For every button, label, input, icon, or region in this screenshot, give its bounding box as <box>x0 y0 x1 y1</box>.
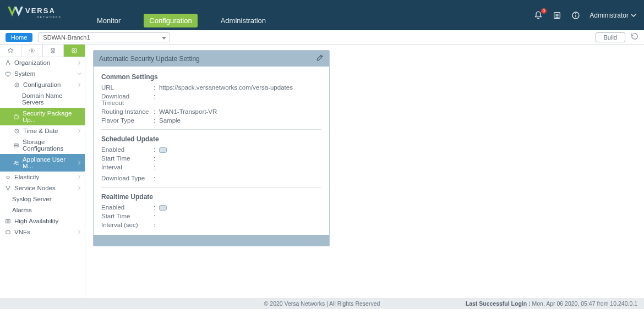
sidebar-item-label: Time & Date <box>23 128 58 134</box>
info-icon[interactable] <box>571 10 581 20</box>
sidebar-item-label: Alarms <box>12 207 32 213</box>
package-icon <box>13 113 19 120</box>
mode-tab-1[interactable] <box>0 45 21 57</box>
svg-point-22 <box>9 186 10 187</box>
brand-logo: VERSA NETWORKS <box>0 0 77 30</box>
svg-rect-24 <box>6 219 7 223</box>
sidebar-item-configuration[interactable]: Configuration <box>0 79 85 90</box>
nodes-icon <box>4 185 11 191</box>
user-menu[interactable]: Administrator <box>590 12 636 19</box>
sidebar-item-label: Organization <box>14 59 50 66</box>
kv-rt-enabled: Enabled: <box>101 203 321 212</box>
toggle-rt-enabled[interactable] <box>159 205 167 211</box>
sidebar-item-label: Syslog Server <box>12 196 52 202</box>
card-header: Automatic Security Update Setting <box>94 51 329 67</box>
kv-sched-interval: Interval: <box>101 163 321 172</box>
tab-configuration[interactable]: Configuration <box>144 14 197 27</box>
mode-tab-4[interactable] <box>64 45 85 57</box>
vnf-icon <box>4 229 11 235</box>
brand-sub: NETWORKS <box>37 15 62 19</box>
sidebar-item-ha[interactable]: High Availability <box>0 216 85 227</box>
svg-point-21 <box>6 186 7 187</box>
sidebar-mode-tabs <box>0 45 85 57</box>
home-button[interactable]: Home <box>6 33 32 42</box>
kv-rt-interval: Interval (sec): <box>101 220 321 229</box>
svg-point-7 <box>31 50 32 52</box>
sidebar-item-label: Storage Configurations <box>23 139 81 152</box>
section-title: Common Settings <box>101 71 321 83</box>
build-button[interactable]: Build <box>596 32 625 42</box>
notification-badge: 0 <box>541 8 547 14</box>
branch-select[interactable]: SDWAN-Branch1 <box>38 32 170 42</box>
sidebar-item-appliance-user[interactable]: Appliance User M... <box>0 154 85 172</box>
chevron-right-icon <box>77 174 81 180</box>
copyright: © 2020 Versa Networks | All Rights Reser… <box>264 300 380 307</box>
card-body: Common Settings URL: https://spack.versa… <box>94 67 329 229</box>
toggle-sched-enabled[interactable] <box>159 147 167 153</box>
kv-flavor-type: Flavor Type: Sample <box>101 116 321 125</box>
kv-sched-enabled: Enabled: <box>101 145 321 154</box>
svg-rect-18 <box>14 145 18 146</box>
sidebar-item-elasticity[interactable]: Elasticity <box>0 172 85 183</box>
chevron-right-icon <box>77 185 81 191</box>
sidebar-item-syslog[interactable]: Syslog Server <box>0 194 85 205</box>
refresh-icon[interactable] <box>631 32 638 42</box>
section-title: Realtime Update <box>101 191 321 203</box>
sidebar-item-organization[interactable]: Organization <box>0 57 85 68</box>
header-right: 0 Administrator <box>533 0 644 30</box>
sidebar-item-label: Service Nodes <box>14 185 56 191</box>
card-footer <box>94 235 329 246</box>
sidebar-item-label: High Availability <box>14 218 58 224</box>
sidebar: Organization System Configuration <box>0 45 85 298</box>
chevron-down-icon <box>631 13 636 18</box>
user-label: Administrator <box>590 12 629 19</box>
mode-tab-3[interactable] <box>43 45 64 57</box>
kv-routing-instance: Routing Instance: WAN1-Transport-VR <box>101 107 321 116</box>
brand-main: VERSA <box>25 7 56 15</box>
svg-point-6 <box>576 13 576 14</box>
svg-rect-8 <box>72 48 77 53</box>
edit-icon[interactable] <box>316 54 324 63</box>
sidebar-item-alarms[interactable]: Alarms <box>0 205 85 216</box>
sidebar-item-vnfs[interactable]: VNFs <box>0 227 85 238</box>
sidebar-item-security-package[interactable]: Security Package Up... <box>0 108 85 125</box>
svg-rect-25 <box>8 219 9 223</box>
svg-point-19 <box>15 161 17 163</box>
svg-rect-11 <box>6 72 10 75</box>
sidebar-item-storage[interactable]: Storage Configurations <box>0 136 85 154</box>
divider <box>101 187 321 187</box>
breadcrumb-bar: Home SDWAN-Branch1 Build <box>0 30 644 45</box>
kv-rt-start: Start Time: <box>101 212 321 220</box>
system-icon <box>4 70 11 77</box>
main-tabs: Monitor Configuration Administration <box>91 0 271 30</box>
chevron-right-icon <box>77 59 81 66</box>
last-login: Last Successful Login : Mon, Apr 06 2020… <box>466 300 637 307</box>
list-icon[interactable] <box>552 10 562 20</box>
svg-point-10 <box>7 60 9 62</box>
tab-administration[interactable]: Administration <box>215 14 271 27</box>
ha-icon <box>4 218 11 224</box>
kv-download-timeout: Download Timeout: <box>101 92 321 107</box>
sidebar-item-system[interactable]: System <box>0 68 85 79</box>
app-header: VERSA NETWORKS Monitor Configuration Adm… <box>0 0 644 30</box>
section-title: Scheduled Update <box>101 133 321 145</box>
svg-point-23 <box>7 189 8 190</box>
mode-tab-2[interactable] <box>21 45 43 57</box>
svg-rect-17 <box>14 144 18 145</box>
sidebar-item-label: Security Package Up... <box>23 110 81 123</box>
notifications-icon[interactable]: 0 <box>533 10 543 20</box>
kv-sched-start: Start Time: <box>101 154 321 163</box>
main-panel: Automatic Security Update Setting Common… <box>85 45 644 298</box>
sidebar-item-dns[interactable]: Domain Name Servers <box>0 90 85 108</box>
security-update-card: Automatic Security Update Setting Common… <box>93 50 330 246</box>
sidebar-item-label: Appliance User M... <box>23 156 74 169</box>
config-icon <box>13 81 20 88</box>
sidebar-item-time-date[interactable]: Time & Date <box>0 125 85 136</box>
sidebar-item-service-nodes[interactable]: Service Nodes <box>0 183 85 194</box>
tab-monitor[interactable]: Monitor <box>91 14 126 27</box>
clock-icon <box>13 128 20 134</box>
elastic-icon <box>4 174 11 180</box>
svg-point-20 <box>17 161 18 162</box>
sidebar-item-label: Configuration <box>23 81 61 88</box>
svg-point-14 <box>16 84 17 85</box>
